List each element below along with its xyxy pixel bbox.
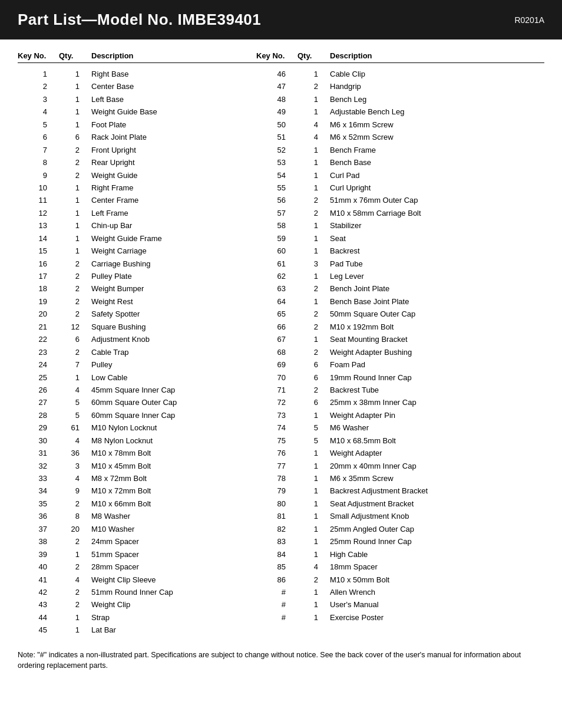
part-desc: Backrest Tube — [330, 384, 544, 396]
part-keyno: 22 — [18, 333, 59, 345]
header-title: Part List—Model No. IMBE39401 — [18, 11, 261, 29]
part-keyno: 63 — [256, 282, 297, 295]
table-row: 6 6 Rack Joint Plate — [18, 131, 239, 143]
part-keyno: 35 — [18, 498, 59, 510]
table-row: 4 1 Weight Guide Base — [18, 106, 239, 118]
part-desc: 18mm Spacer — [330, 561, 544, 573]
part-keyno: 19 — [18, 295, 59, 308]
part-qty: 2 — [59, 598, 91, 611]
part-keyno: 43 — [18, 598, 59, 611]
part-qty: 2 — [59, 346, 91, 358]
table-row: 72 6 25mm x 38mm Inner Cap — [256, 396, 544, 409]
part-keyno: # — [256, 598, 297, 611]
part-desc: M10 x 192mm Bolt — [330, 321, 544, 333]
table-row: 33 4 M8 x 72mm Bolt — [18, 472, 239, 485]
table-row: 20 2 Safety Spotter — [18, 308, 239, 320]
part-desc: 25mm Round Inner Cap — [330, 535, 544, 548]
part-keyno: 59 — [256, 232, 297, 245]
part-desc: Curl Upright — [330, 182, 544, 194]
part-desc: Cable Clip — [330, 68, 544, 80]
part-keyno: 61 — [256, 258, 297, 270]
part-qty: 1 — [297, 219, 330, 232]
part-keyno: 23 — [18, 346, 59, 358]
part-qty: 4 — [59, 434, 91, 447]
table-row: 1 1 Right Base — [18, 68, 239, 80]
part-keyno: 52 — [256, 144, 297, 156]
part-keyno: 5 — [18, 118, 59, 131]
part-qty: 1 — [59, 194, 91, 206]
col-header-desc-right: Description — [330, 51, 544, 60]
table-row: 41 4 Weight Clip Sleeve — [18, 574, 239, 586]
part-keyno: 42 — [18, 586, 59, 598]
table-row: 55 1 Curl Upright — [256, 182, 544, 194]
part-desc: Foam Pad — [330, 358, 544, 371]
part-keyno: 84 — [256, 548, 297, 561]
part-keyno: 60 — [256, 245, 297, 257]
part-desc: 51mm Spacer — [91, 548, 239, 561]
part-desc: Right Base — [91, 68, 239, 80]
part-desc: Weight Bumper — [91, 282, 239, 295]
part-keyno: 1 — [18, 68, 59, 80]
table-row: 71 2 Backrest Tube — [256, 384, 544, 396]
part-qty: 1 — [297, 498, 330, 510]
part-keyno: 69 — [256, 358, 297, 371]
part-desc: M10 x 58mm Carriage Bolt — [330, 207, 544, 219]
part-keyno: 82 — [256, 523, 297, 535]
table-row: 53 1 Bench Base — [256, 156, 544, 169]
table-row: 30 4 M8 Nylon Locknut — [18, 434, 239, 447]
part-keyno: 68 — [256, 346, 297, 358]
part-qty: 36 — [59, 447, 91, 459]
part-qty: 1 — [297, 106, 330, 118]
table-row: 9 2 Weight Guide — [18, 169, 239, 182]
part-desc: 60mm Square Inner Cap — [91, 409, 239, 421]
part-keyno: 55 — [256, 182, 297, 194]
table-row: 74 5 M6 Washer — [256, 421, 544, 434]
table-row: 15 1 Weight Carriage — [18, 245, 239, 257]
table-row: 86 2 M10 x 50mm Bolt — [256, 574, 544, 586]
part-keyno: 73 — [256, 409, 297, 421]
table-row: 56 2 51mm x 76mm Outer Cap — [256, 194, 544, 206]
part-desc: Weight Clip — [91, 598, 239, 611]
part-qty: 1 — [297, 535, 330, 548]
part-desc: Low Cable — [91, 371, 239, 384]
part-keyno: 4 — [18, 106, 59, 118]
part-desc: Seat Mounting Bracket — [330, 333, 544, 345]
table-row: 48 1 Bench Leg — [256, 93, 544, 106]
part-keyno: 78 — [256, 472, 297, 485]
part-qty: 1 — [297, 586, 330, 598]
part-qty: 7 — [59, 358, 91, 371]
part-qty: 2 — [59, 535, 91, 548]
table-row: 61 3 Pad Tube — [256, 258, 544, 270]
part-desc: Handgrip — [330, 80, 544, 93]
table-row: 67 1 Seat Mounting Bracket — [256, 333, 544, 345]
part-desc: Pulley — [91, 358, 239, 371]
table-row: 32 3 M10 x 45mm Bolt — [18, 460, 239, 472]
part-qty: 1 — [297, 485, 330, 497]
part-qty: 2 — [59, 270, 91, 282]
part-keyno: 74 — [256, 421, 297, 434]
part-qty: 1 — [297, 245, 330, 257]
part-keyno: 6 — [18, 131, 59, 143]
part-desc: Stabilizer — [330, 219, 544, 232]
part-keyno: 46 — [256, 68, 297, 80]
part-qty: 1 — [297, 144, 330, 156]
table-row: 59 1 Seat — [256, 232, 544, 245]
part-desc: Backrest Adjustment Bracket — [330, 485, 544, 497]
table-row: 11 1 Center Frame — [18, 194, 239, 206]
part-keyno: 2 — [18, 80, 59, 93]
content: Key No. Qty. Description Key No. Qty. De… — [0, 39, 562, 683]
part-desc: 25mm Angled Outer Cap — [330, 523, 544, 535]
part-desc: M6 x 16mm Screw — [330, 118, 544, 131]
part-keyno: 13 — [18, 219, 59, 232]
part-desc: Backrest — [330, 245, 544, 257]
table-row: 3 1 Left Base — [18, 93, 239, 106]
part-qty: 2 — [59, 144, 91, 156]
part-qty: 1 — [59, 207, 91, 219]
part-keyno: 30 — [18, 434, 59, 447]
table-row: 44 1 Strap — [18, 611, 239, 624]
table-row: 54 1 Curl Pad — [256, 169, 544, 182]
part-keyno: 37 — [18, 523, 59, 535]
part-desc: Center Base — [91, 80, 239, 93]
part-keyno: 48 — [256, 93, 297, 106]
table-row: 35 2 M10 x 66mm Bolt — [18, 498, 239, 510]
